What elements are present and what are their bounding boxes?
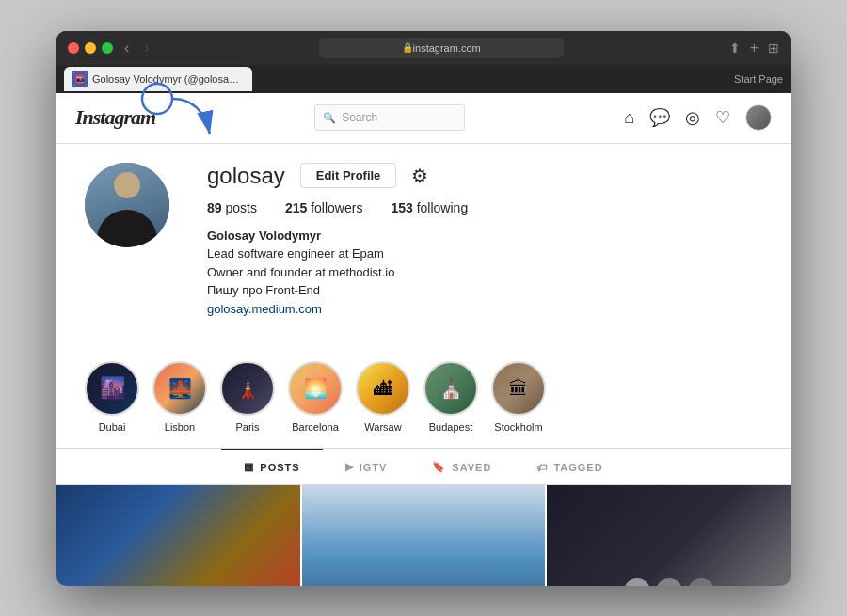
post-thumbnail-1[interactable] xyxy=(56,485,300,586)
bio-link[interactable]: golosay.medium.com xyxy=(207,302,322,316)
page-content: Instagram 🔍 Search ⌂ 💬 ◎ ♡ xyxy=(56,93,791,586)
posts-grid xyxy=(56,485,791,586)
story-circle-dubai: 🌆 xyxy=(85,361,139,416)
close-button[interactable] xyxy=(68,42,79,54)
bio-name: Golosay Volodymyr xyxy=(207,227,762,245)
posts-count: 89 xyxy=(207,200,222,215)
tab-saved[interactable]: 🔖 SAVED xyxy=(409,449,514,484)
post-thumbnail-2[interactable] xyxy=(302,485,546,586)
tagged-tab-icon: 🏷 xyxy=(536,462,548,473)
posts-tabs: ▦ POSTS ▶ IGTV 🔖 SAVED 🏷 TAGGED xyxy=(56,449,791,485)
posts-tab-label: POSTS xyxy=(260,462,299,473)
story-item-budapest[interactable]: ⛪ Budapest xyxy=(424,361,478,433)
story-label-stockholm: Stockholm xyxy=(494,421,542,433)
instagram-logo: Instagram xyxy=(75,105,155,130)
browser-actions: ⬆ + ⊞ xyxy=(729,39,779,56)
profile-name-row: golosay Edit Profile ⚙ xyxy=(207,163,762,189)
share-icon[interactable]: ⬆ xyxy=(729,40,741,55)
tab-igtv[interactable]: ▶ IGTV xyxy=(323,449,410,484)
bio-section: Golosay Volodymyr Lead software engineer… xyxy=(207,227,762,319)
tagged-tab-label: TAGGED xyxy=(553,462,602,473)
saved-tab-label: SAVED xyxy=(452,462,491,473)
story-item-dubai[interactable]: 🌆 Dubai xyxy=(85,361,139,433)
story-circle-lisbon: 🌉 xyxy=(152,361,207,416)
igtv-tab-icon: ▶ xyxy=(345,461,354,473)
followers-count: 215 xyxy=(285,200,307,215)
story-label-paris: Paris xyxy=(235,421,259,433)
profile-info: golosay Edit Profile ⚙ 89 posts 215 xyxy=(207,163,762,319)
messenger-icon[interactable]: 💬 xyxy=(649,107,670,128)
story-circle-budapest: ⛪ xyxy=(424,361,478,416)
profile-avatar xyxy=(85,163,169,247)
profile-avatar-wrap xyxy=(85,163,169,247)
posts-tab-icon: ▦ xyxy=(244,461,254,473)
url-text: instagram.com xyxy=(413,42,481,54)
story-item-paris[interactable]: 🗼 Paris xyxy=(220,361,275,433)
browser-window: ‹ › 🔒 instagram.com ⬆ + ⊞ 📷 Golosay Volo… xyxy=(56,31,791,586)
search-bar[interactable]: 🔍 Search xyxy=(314,104,465,131)
forward-button[interactable]: › xyxy=(140,39,152,56)
minimize-button[interactable] xyxy=(85,42,96,54)
start-page-button[interactable]: Start Page xyxy=(734,73,783,85)
url-bar[interactable]: 🔒 instagram.com xyxy=(319,38,564,58)
stories-row: 🌆 Dubai 🌉 Lisbon 🗼 Paris xyxy=(56,352,791,449)
story-item-warsaw[interactable]: 🏙 Warsaw xyxy=(356,361,410,433)
search-placeholder: Search xyxy=(342,111,377,124)
tab-label: Golosay Volodymyr (@golosay) - Instagram… xyxy=(92,73,243,85)
browser-tab[interactable]: 📷 Golosay Volodymyr (@golosay) - Instagr… xyxy=(64,67,252,91)
story-label-barcelona: Barcelona xyxy=(292,421,339,433)
bio-line2: Owner and founder at methodist.io xyxy=(207,263,762,282)
igtv-tab-label: IGTV xyxy=(360,462,388,473)
story-label-warsaw: Warsaw xyxy=(364,421,401,433)
instagram-header: Instagram 🔍 Search ⌂ 💬 ◎ ♡ xyxy=(56,93,791,144)
story-circle-barcelona: 🌅 xyxy=(288,361,343,416)
bio-line1: Lead software engineer at Epam xyxy=(207,245,762,263)
bio-line3: Пишу про Front-End xyxy=(207,281,762,300)
story-circle-warsaw: 🏙 xyxy=(356,361,410,416)
story-label-dubai: Dubai xyxy=(99,421,126,433)
story-item-stockholm[interactable]: 🏛 Stockholm xyxy=(491,361,546,433)
home-icon[interactable]: ⌂ xyxy=(624,108,634,128)
search-icon: 🔍 xyxy=(323,112,336,124)
story-item-lisbon[interactable]: 🌉 Lisbon xyxy=(152,361,207,433)
stats-row: 89 posts 215 followers 153 following xyxy=(207,200,762,215)
profile-avatar-nav[interactable] xyxy=(745,104,772,131)
profile-section: golosay Edit Profile ⚙ 89 posts 215 xyxy=(56,144,791,353)
saved-tab-icon: 🔖 xyxy=(432,461,446,473)
instagram-favicon: 📷 xyxy=(73,72,87,86)
story-label-budapest: Budapest xyxy=(429,421,472,433)
heart-icon[interactable]: ♡ xyxy=(715,107,730,128)
story-label-lisbon: Lisbon xyxy=(165,421,195,433)
maximize-button[interactable] xyxy=(102,42,113,54)
nav-icons: ⌂ 💬 ◎ ♡ xyxy=(624,104,772,131)
post-thumbnail-3[interactable] xyxy=(547,485,791,586)
tab-strip: 📷 Golosay Volodymyr (@golosay) - Instagr… xyxy=(56,65,791,93)
edit-profile-button[interactable]: Edit Profile xyxy=(300,163,397,188)
profile-top: golosay Edit Profile ⚙ 89 posts 215 xyxy=(85,163,762,319)
followers-stat[interactable]: 215 followers xyxy=(285,200,363,215)
traffic-lights xyxy=(68,42,113,54)
new-tab-icon[interactable]: + xyxy=(750,39,759,56)
tab-posts[interactable]: ▦ POSTS xyxy=(221,449,322,484)
title-bar: ‹ › 🔒 instagram.com ⬆ + ⊞ xyxy=(56,31,791,65)
story-item-barcelona[interactable]: 🌅 Barcelona xyxy=(288,361,343,433)
story-circle-stockholm: 🏛 xyxy=(491,361,546,416)
story-circle-paris: 🗼 xyxy=(220,361,275,416)
profile-username: golosay xyxy=(207,163,285,189)
sidebar-icon[interactable]: ⊞ xyxy=(768,40,779,55)
compass-icon[interactable]: ◎ xyxy=(685,107,700,128)
tab-tagged[interactable]: 🏷 TAGGED xyxy=(514,449,625,484)
back-button[interactable]: ‹ xyxy=(120,39,133,56)
settings-icon[interactable]: ⚙ xyxy=(411,165,428,187)
following-stat[interactable]: 153 following xyxy=(391,200,468,215)
posts-stat: 89 posts xyxy=(207,200,257,215)
following-count: 153 xyxy=(391,200,412,215)
